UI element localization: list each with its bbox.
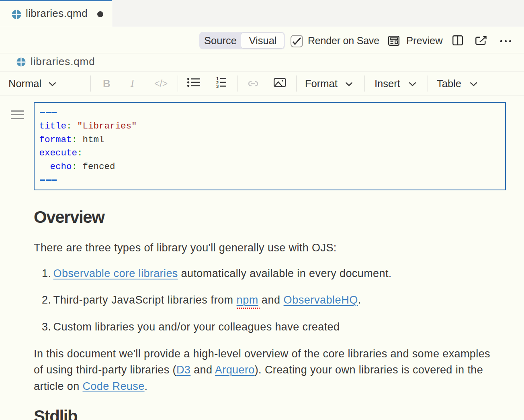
svg-text:3: 3 [216, 84, 219, 88]
